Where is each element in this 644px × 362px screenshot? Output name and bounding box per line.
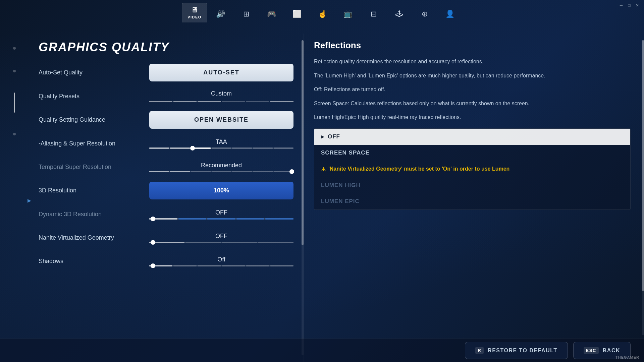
main-layout: ▶ GRAPHICS QUALITY Auto-Set Quality AUTO… xyxy=(0,34,644,362)
restore-label: RESTORE TO DEFAULT xyxy=(488,348,557,354)
help-para-4: Screen Space: Calculates reflections bas… xyxy=(314,99,631,108)
page-title: GRAPHICS QUALITY xyxy=(39,40,293,54)
watermark: THEGAMER xyxy=(615,355,639,359)
shadows-thumb xyxy=(151,263,155,268)
profile-icon: 👤 xyxy=(445,10,454,18)
dynamic-3d-thumb xyxy=(151,217,155,221)
content-area: GRAPHICS QUALITY Auto-Set Quality AUTO-S… xyxy=(29,34,644,362)
gamepad-icon: 🎮 xyxy=(267,10,276,18)
setting-row-temporal-sr: Temporal Super Resolution Recommended xyxy=(39,158,293,176)
quality-presets-track xyxy=(149,101,293,103)
nav-item-video[interactable]: 🖥 VIDEO xyxy=(182,3,207,22)
help-para-1: Reflection quality determines the resolu… xyxy=(314,57,631,66)
help-para-3: Off: Reflections are turned off. xyxy=(314,85,631,94)
shadows-label: Shadows xyxy=(39,258,149,265)
nav-item-display[interactable]: ⊞ xyxy=(234,7,258,22)
nav-item-network[interactable]: ⊟ xyxy=(362,7,386,22)
temporal-sr-track xyxy=(149,171,293,172)
left-sidebar: ▶ xyxy=(0,34,29,362)
auto-set-button[interactable]: AUTO-SET xyxy=(149,64,293,81)
temporal-sr-label: Temporal Super Resolution xyxy=(39,164,149,171)
bottom-bar: R RESTORE TO DEFAULT ESC BACK xyxy=(0,339,644,362)
video-icon: 🖥 xyxy=(191,6,198,14)
setting-row-3d-resolution: 3D Resolution 100% xyxy=(39,182,293,199)
anti-aliasing-control: TAA xyxy=(149,138,293,149)
shadows-value: Off xyxy=(217,256,225,263)
sidebar-indicator xyxy=(14,93,15,113)
dynamic-3d-label: Dynamic 3D Resolution xyxy=(39,211,149,218)
nav-item-touch[interactable]: ☝ xyxy=(311,7,335,22)
stream-icon: 📺 xyxy=(343,10,353,18)
display-icon: ⊞ xyxy=(243,10,249,18)
nav-item-remote[interactable]: ⊕ xyxy=(413,7,437,22)
help-scroll-thumb xyxy=(642,40,644,291)
preset-seg-1 xyxy=(149,101,172,102)
dynamic-3d-track xyxy=(149,218,293,220)
nav-item-controller[interactable]: 🕹 xyxy=(387,7,411,22)
quality-presets-slider[interactable]: Custom xyxy=(149,90,293,103)
nav-item-stream[interactable]: 📺 xyxy=(336,7,360,22)
dynamic-3d-slider[interactable]: OFF xyxy=(149,209,293,220)
restore-key: R xyxy=(475,347,484,354)
preset-seg-5 xyxy=(246,101,269,102)
nanite-thumb xyxy=(151,240,155,245)
minimize-button[interactable]: ─ xyxy=(619,3,624,8)
preset-seg-4 xyxy=(222,101,245,102)
preset-seg-2 xyxy=(173,101,197,102)
back-label: BACK xyxy=(603,348,620,354)
setting-row-anti-aliasing: ‑Aliasing & Super Resolution TAA xyxy=(39,135,293,152)
setting-row-quality-guidance: Quality Setting Guidance OPEN WEBSITE xyxy=(39,111,293,129)
maximize-button[interactable]: □ xyxy=(627,3,632,8)
close-button[interactable]: ✕ xyxy=(635,3,640,8)
nav-label-video: VIDEO xyxy=(187,15,202,19)
temporal-sr-control: Recommended xyxy=(149,162,293,172)
temporal-sr-value: Recommended xyxy=(201,162,242,169)
audio-icon: 🔊 xyxy=(216,10,225,18)
nav-item-window[interactable]: ⬜ xyxy=(285,7,309,22)
nav-item-audio[interactable]: 🔊 xyxy=(209,7,233,22)
lumen-warning: ⚠ 'Nanite Virtualized Geometry' must be … xyxy=(314,161,630,177)
help-panel: Reflections Reflection quality determine… xyxy=(304,34,644,362)
anti-aliasing-track xyxy=(149,147,293,149)
warning-icon: ⚠ xyxy=(321,166,326,173)
setting-row-shadows: Shadows Off xyxy=(39,252,293,270)
nanite-label: Nanite Virtualized Geometry xyxy=(39,234,149,241)
window-icon: ⬜ xyxy=(292,10,302,18)
nanite-value: OFF xyxy=(215,233,227,240)
option-screen-space-label: SCREEN SPACE xyxy=(321,149,370,156)
help-para-2: The 'Lumen High' and 'Lumen Epic' option… xyxy=(314,71,631,80)
option-lumen-epic[interactable]: LUMEN EPIC xyxy=(314,193,630,209)
setting-row-dynamic-3d: Dynamic 3D Resolution OFF xyxy=(39,205,293,223)
quality-presets-value: Custom xyxy=(149,90,293,97)
remote-icon: ⊕ xyxy=(422,10,428,18)
controller-icon: 🕹 xyxy=(395,10,403,18)
preset-seg-6 xyxy=(270,101,293,102)
auto-set-control: AUTO-SET xyxy=(149,64,293,81)
back-key: ESC xyxy=(584,347,599,354)
anti-aliasing-label: ‑Aliasing & Super Resolution xyxy=(39,140,149,147)
open-website-button[interactable]: OPEN WEBSITE xyxy=(149,111,293,129)
reflections-dropdown: ▶ OFF SCREEN SPACE ⚠ 'Nanite Virtualized… xyxy=(314,128,631,210)
temporal-sr-slider[interactable]: Recommended xyxy=(149,162,293,172)
touch-icon: ☝ xyxy=(318,10,327,18)
anti-aliasing-slider[interactable]: TAA xyxy=(149,138,293,149)
window-chrome: ─ □ ✕ xyxy=(614,0,644,11)
nanite-slider[interactable]: OFF xyxy=(149,233,293,243)
3d-resolution-button[interactable]: 100% xyxy=(149,182,293,199)
option-screen-space[interactable]: SCREEN SPACE xyxy=(314,145,630,161)
temporal-sr-thumb xyxy=(289,169,294,174)
option-off[interactable]: ▶ OFF xyxy=(314,129,630,145)
nav-item-gamepad[interactable]: 🎮 xyxy=(260,7,284,22)
help-title: Reflections xyxy=(314,40,631,51)
shadows-slider[interactable]: Off xyxy=(149,256,293,266)
top-navigation: 🖥 VIDEO 🔊 ⊞ 🎮 ⬜ ☝ 📺 ⊟ 🕹 ⊕ 👤 xyxy=(182,0,462,22)
quality-presets-label: Quality Presets xyxy=(39,93,149,100)
shadows-control: Off xyxy=(149,256,293,266)
nav-item-profile[interactable]: 👤 xyxy=(438,7,462,22)
option-lumen-epic-label: LUMEN EPIC xyxy=(321,198,360,205)
help-scrollbar[interactable] xyxy=(642,40,644,335)
restore-default-button[interactable]: R RESTORE TO DEFAULT xyxy=(465,342,568,359)
option-lumen-high[interactable]: LUMEN HIGH xyxy=(314,177,630,193)
network-icon: ⊟ xyxy=(371,10,377,18)
nanite-control: OFF xyxy=(149,233,293,243)
